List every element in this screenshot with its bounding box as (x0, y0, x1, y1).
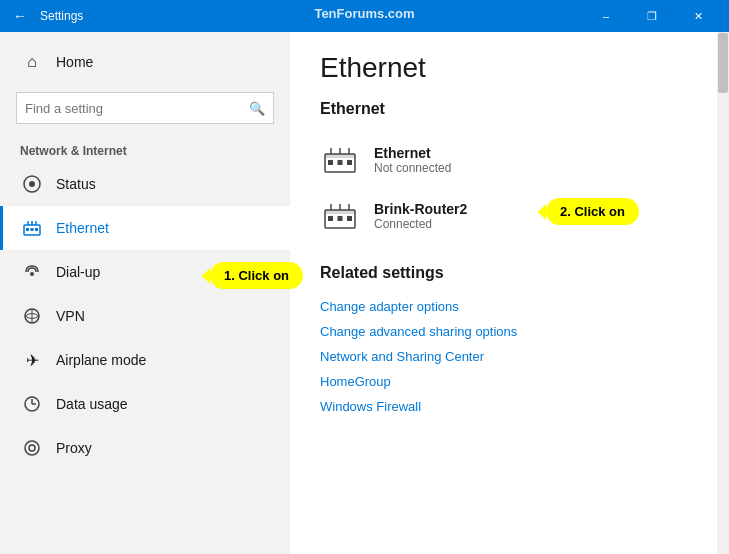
vpn-label: VPN (56, 308, 85, 324)
svg-point-1 (29, 181, 35, 187)
scrollbar-thumb[interactable] (718, 33, 728, 93)
sidebar-item-datausage[interactable]: Data usage (0, 382, 290, 426)
app-title: Settings (40, 9, 583, 23)
callout-1: 1. Click on (210, 262, 303, 289)
network-center-link[interactable]: Network and Sharing Center (320, 344, 687, 369)
minimize-button[interactable]: – (583, 0, 629, 32)
brink-name: Brink-Router2 (374, 201, 467, 217)
network-item-ethernet[interactable]: Ethernet Not connected (320, 132, 687, 188)
proxy-icon (20, 436, 44, 460)
sidebar-item-status[interactable]: Status (0, 162, 290, 206)
search-box[interactable]: 🔍 (16, 92, 274, 124)
svg-rect-29 (338, 216, 343, 221)
ethernet-label: Ethernet (56, 220, 109, 236)
content-area: Ethernet Ethernet (290, 32, 717, 554)
sidebar-item-airplane[interactable]: ✈ Airplane mode (0, 338, 290, 382)
svg-rect-16 (325, 154, 355, 158)
svg-rect-21 (338, 160, 343, 165)
section-label: Network & Internet (0, 136, 290, 162)
restore-button[interactable]: ❐ (629, 0, 675, 32)
svg-rect-28 (328, 216, 333, 221)
svg-rect-22 (347, 160, 352, 165)
svg-point-14 (29, 445, 35, 451)
ethernet-icon (20, 216, 44, 240)
titlebar: ← Settings TenForums.com – ❐ ✕ (0, 0, 729, 32)
page-title: Ethernet (320, 52, 687, 84)
svg-point-13 (25, 441, 39, 455)
scrollbar[interactable] (717, 32, 729, 554)
change-adapter-link[interactable]: Change adapter options (320, 294, 687, 319)
brink-status: Connected (374, 217, 467, 231)
sidebar-item-ethernet[interactable]: Ethernet (0, 206, 290, 250)
windows-firewall-link[interactable]: Windows Firewall (320, 394, 687, 419)
svg-rect-24 (325, 210, 355, 214)
app-container: ⌂ Home 🔍 Network & Internet Status (0, 32, 729, 554)
ethernet-network-icon (320, 140, 360, 180)
close-button[interactable]: ✕ (675, 0, 721, 32)
vpn-icon (20, 304, 44, 328)
svg-rect-30 (347, 216, 352, 221)
svg-rect-7 (31, 228, 34, 231)
ethernet-status: Not connected (374, 161, 451, 175)
related-settings-title: Related settings (320, 264, 687, 282)
dialup-label: Dial-up (56, 264, 100, 280)
airplane-icon: ✈ (20, 348, 44, 372)
svg-rect-8 (35, 228, 38, 231)
window-controls: – ❐ ✕ (583, 0, 721, 32)
home-icon: ⌂ (20, 50, 44, 74)
datausage-icon (20, 392, 44, 416)
sidebar-item-vpn[interactable]: VPN (0, 294, 290, 338)
home-label: Home (56, 54, 93, 70)
back-button[interactable]: ← (8, 4, 32, 28)
ethernet-network-info: Ethernet Not connected (374, 145, 451, 175)
sidebar-item-home[interactable]: ⌂ Home (0, 32, 290, 84)
sidebar-item-proxy[interactable]: Proxy (0, 426, 290, 470)
brink-network-info: Brink-Router2 Connected (374, 201, 467, 231)
sidebar: ⌂ Home 🔍 Network & Internet Status (0, 32, 290, 554)
status-label: Status (56, 176, 96, 192)
brink-network-icon (320, 196, 360, 236)
status-icon (20, 172, 44, 196)
section-title: Ethernet (320, 100, 687, 118)
datausage-label: Data usage (56, 396, 128, 412)
proxy-label: Proxy (56, 440, 92, 456)
search-icon: 🔍 (249, 101, 265, 116)
svg-point-9 (30, 272, 34, 276)
svg-rect-6 (26, 228, 29, 231)
callout-2: 2. Click on (546, 198, 639, 225)
dialup-icon (20, 260, 44, 284)
airplane-label: Airplane mode (56, 352, 146, 368)
change-sharing-link[interactable]: Change advanced sharing options (320, 319, 687, 344)
ethernet-name: Ethernet (374, 145, 451, 161)
svg-rect-20 (328, 160, 333, 165)
homegroup-link[interactable]: HomeGroup (320, 369, 687, 394)
search-input[interactable] (25, 101, 249, 116)
